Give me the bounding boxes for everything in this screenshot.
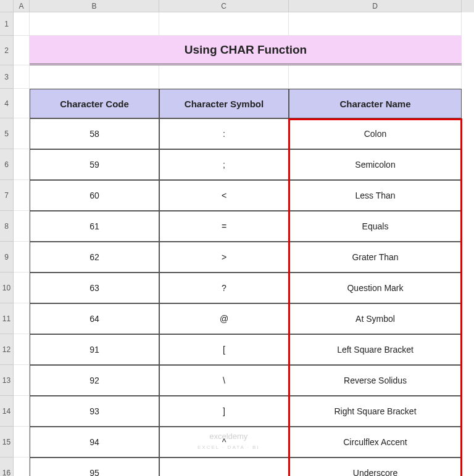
cell-name[interactable]: Question Mark [289, 273, 462, 303]
cell-name[interactable]: Less Than [289, 180, 462, 211]
cell-symbol[interactable]: _ [159, 458, 289, 476]
cell-code[interactable]: 62 [30, 242, 159, 273]
cell-name[interactable]: Underscore [289, 458, 462, 476]
table-row: 962>Grater Than [0, 242, 474, 273]
table-row: 558:Colon [0, 118, 474, 149]
cell-code[interactable]: 91 [30, 334, 159, 365]
cell-code[interactable]: 92 [30, 365, 159, 396]
cell-a11[interactable] [14, 303, 30, 334]
table-row: 760<Less Than [0, 180, 474, 211]
cell-name[interactable]: Equals [289, 211, 462, 242]
corner-cell[interactable] [0, 0, 14, 12]
cell-a3[interactable] [14, 65, 30, 89]
cell-c3[interactable] [159, 65, 289, 89]
row-header-4[interactable]: 4 [0, 89, 14, 118]
row-header-10[interactable]: 10 [0, 273, 14, 303]
cell-d3[interactable] [289, 65, 462, 89]
cell-code[interactable]: 59 [30, 149, 159, 180]
cell-symbol[interactable]: [ [159, 334, 289, 365]
cell-a2[interactable] [14, 36, 30, 65]
cell-code[interactable]: 95 [30, 458, 159, 476]
cell-symbol[interactable]: = [159, 211, 289, 242]
row-header-14[interactable]: 14 [0, 396, 14, 427]
column-headers: A B C D [0, 0, 474, 12]
title-cell[interactable]: Using CHAR Function [30, 36, 462, 65]
cell-a7[interactable] [14, 180, 30, 211]
cell-name[interactable]: Grater Than [289, 242, 462, 273]
row-header-11[interactable]: 11 [0, 303, 14, 334]
row-header-3[interactable]: 3 [0, 65, 14, 89]
cell-d1[interactable] [289, 12, 462, 36]
cell-code[interactable]: 64 [30, 303, 159, 334]
col-header-b[interactable]: B [30, 0, 159, 12]
table-row: 1493]Right Square Bracket [0, 396, 474, 427]
cell-code[interactable]: 94 [30, 427, 159, 458]
col-header-d[interactable]: D [289, 0, 462, 12]
cell-name[interactable]: Semicolon [289, 149, 462, 180]
table-row: 1063?Question Mark [0, 273, 474, 303]
cell-name[interactable]: Left Square Bracket [289, 334, 462, 365]
row-header-2[interactable]: 2 [0, 36, 14, 65]
table-row: 1695_Underscore [0, 458, 474, 476]
cell-code[interactable]: 93 [30, 396, 159, 427]
cell-symbol[interactable]: ] [159, 396, 289, 427]
cell-symbol[interactable]: \ [159, 365, 289, 396]
cell-a4[interactable] [14, 89, 30, 118]
header-character-code[interactable]: Character Code [30, 89, 159, 118]
cell-a9[interactable] [14, 242, 30, 273]
row-header-1[interactable]: 1 [0, 12, 14, 36]
data-body: 558:Colon659;Semicolon760<Less Than861=E… [0, 118, 474, 476]
cell-symbol[interactable]: < [159, 180, 289, 211]
spreadsheet: A B C D 1 2 Using CHAR Function 3 4 Char… [0, 0, 474, 476]
cell-a1[interactable] [14, 12, 30, 36]
table-row: 861=Equals [0, 211, 474, 242]
cell-symbol[interactable]: : [159, 118, 289, 149]
cell-name[interactable]: Reverse Solidus [289, 365, 462, 396]
cell-c1[interactable] [159, 12, 289, 36]
cell-code[interactable]: 61 [30, 211, 159, 242]
row-header-16[interactable]: 16 [0, 458, 14, 476]
cell-a8[interactable] [14, 211, 30, 242]
row-header-6[interactable]: 6 [0, 149, 14, 180]
cell-b1[interactable] [30, 12, 159, 36]
cell-code[interactable]: 63 [30, 273, 159, 303]
cell-code[interactable]: 60 [30, 180, 159, 211]
cell-b3[interactable] [30, 65, 159, 89]
cell-symbol[interactable]: > [159, 242, 289, 273]
cell-a16[interactable] [14, 458, 30, 476]
cell-a10[interactable] [14, 273, 30, 303]
table-row: 1392\Reverse Solidus [0, 365, 474, 396]
row-header-9[interactable]: 9 [0, 242, 14, 273]
cell-name[interactable]: Circulflex Accent [289, 427, 462, 458]
cell-symbol[interactable]: ; [159, 149, 289, 180]
cell-a12[interactable] [14, 334, 30, 365]
table-row: 1594^Circulflex Accent [0, 427, 474, 458]
row-header-8[interactable]: 8 [0, 211, 14, 242]
table-row: 1291[Left Square Bracket [0, 334, 474, 365]
cell-name[interactable]: Colon [289, 118, 462, 149]
col-header-a[interactable]: A [14, 0, 30, 12]
table-row: 659;Semicolon [0, 149, 474, 180]
cell-symbol[interactable]: @ [159, 303, 289, 334]
cell-a14[interactable] [14, 396, 30, 427]
row-header-15[interactable]: 15 [0, 427, 14, 458]
row-header-12[interactable]: 12 [0, 334, 14, 365]
cell-symbol[interactable]: ? [159, 273, 289, 303]
cell-name[interactable]: At Symbol [289, 303, 462, 334]
header-character-name[interactable]: Character Name [289, 89, 462, 118]
row-header-13[interactable]: 13 [0, 365, 14, 396]
col-header-c[interactable]: C [159, 0, 289, 12]
cell-code[interactable]: 58 [30, 118, 159, 149]
header-character-symbol[interactable]: Character Symbol [159, 89, 289, 118]
cell-a6[interactable] [14, 149, 30, 180]
row-header-5[interactable]: 5 [0, 118, 14, 149]
cell-a13[interactable] [14, 365, 30, 396]
cell-symbol[interactable]: ^ [159, 427, 289, 458]
cell-name[interactable]: Right Square Bracket [289, 396, 462, 427]
table-row: 1164@At Symbol [0, 303, 474, 334]
cell-a15[interactable] [14, 427, 30, 458]
row-header-7[interactable]: 7 [0, 180, 14, 211]
cell-a5[interactable] [14, 118, 30, 149]
